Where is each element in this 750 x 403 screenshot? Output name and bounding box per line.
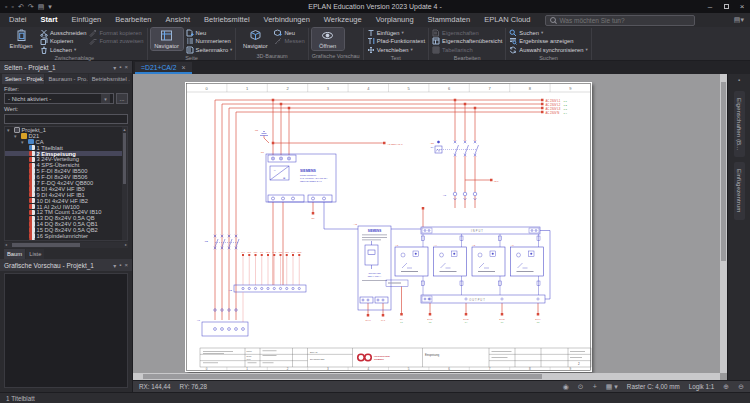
text-move-button[interactable]: Verschieben▾: [367, 46, 425, 54]
tab-close-icon[interactable]: ×: [182, 64, 186, 71]
page-new-button[interactable]: Neu: [186, 29, 233, 37]
tree-vertical-scrollbar[interactable]: ▲: [122, 127, 127, 240]
search-box[interactable]: [545, 15, 695, 26]
schematic-sheet[interactable]: 01 23 45 67 89: [185, 82, 592, 372]
ribbon-tab[interactable]: Vorplanung: [369, 13, 421, 27]
value-input[interactable]: [4, 114, 128, 124]
tree-horizontal-scrollbar[interactable]: ◂▸: [4, 242, 128, 248]
preview-panel-header[interactable]: Grafische Vorschau - Projekt_1 ▾ ▪ ×: [0, 259, 132, 271]
clipboard-icon: [15, 29, 28, 42]
ribbon-tab[interactable]: Betriebsmittel: [197, 13, 256, 27]
minimize-button[interactable]: –: [702, 0, 718, 13]
page-label: 17 Vorschubachsen V90-Umrichter: [37, 239, 127, 241]
find-button[interactable]: Suchen▾: [509, 29, 587, 37]
panel-close-icon[interactable]: ×: [124, 262, 128, 269]
canvas-horizontal-scrollbar[interactable]: [133, 373, 720, 380]
search-input[interactable]: [559, 17, 690, 24]
snap-icon[interactable]: ◉: [563, 383, 569, 391]
filter-more-button[interactable]: ...: [116, 93, 128, 104]
zoom-in-icon[interactable]: ⊕: [723, 383, 729, 391]
measure-button[interactable]: Messen: [274, 38, 304, 46]
panel-dropdown-icon[interactable]: ▾: [113, 262, 116, 269]
tab-eigenschaften[interactable]: Eigenschaften (B...: [734, 91, 745, 157]
tab-einfuegezentrum[interactable]: Einfügezentrum: [734, 162, 745, 219]
ribbon-display-options-icon[interactable]: ▤▾: [734, 16, 744, 24]
properties-overview-button[interactable]: Eigenschaftenübersicht: [432, 38, 502, 46]
page-number-button[interactable]: Nummerieren: [186, 38, 233, 46]
path-function-text-button[interactable]: Pfad-Funktionstext: [367, 38, 425, 46]
svg-text:L3.2: L3.2: [285, 251, 289, 253]
page-macro-label: Seitenmakro: [196, 47, 229, 53]
text-insert-button[interactable]: Einfügen▾: [367, 29, 425, 37]
tabular-button[interactable]: Tabellarisch: [432, 46, 502, 54]
svg-text:1.2: 1.2: [564, 104, 568, 107]
object-snap-icon[interactable]: ⊙: [578, 383, 584, 391]
properties-icon: [432, 29, 440, 37]
expand-icon[interactable]: ▾: [7, 127, 12, 133]
ribbon-tab[interactable]: Bearbeiten: [108, 13, 158, 27]
ribbon-tab[interactable]: Start: [34, 13, 65, 27]
scissors-icon: [40, 29, 48, 37]
status-rx: RX: 144,44: [139, 383, 171, 390]
pages-panel-header[interactable]: Seiten - Projekt_1 ▾ ▪ ×: [0, 61, 132, 73]
view-tab[interactable]: Liste: [26, 249, 44, 259]
layout-space-navigator-button[interactable]: Navigator: [239, 28, 271, 50]
editor-tab[interactable]: =D21+CA/2 ×: [135, 62, 192, 74]
ribbon-tab[interactable]: Ansicht: [159, 13, 198, 27]
expand-icon[interactable]: ▾: [21, 139, 26, 145]
format-assign-button[interactable]: Format zuweisen: [89, 38, 143, 46]
paste-button[interactable]: Einfügen: [5, 28, 37, 50]
close-button[interactable]: ×: [734, 0, 750, 13]
page-icon: [29, 157, 35, 163]
ribbon-group-3d-bauraum: Navigator Neu Messen 3D-Bauraum: [236, 28, 308, 60]
expand-icon[interactable]: ▾: [14, 133, 19, 139]
filter-select[interactable]: - Nicht aktiviert - ▾: [4, 93, 114, 104]
delete-button[interactable]: Löschen▾: [40, 46, 86, 54]
panel-tab[interactable]: Seiten - Projek...: [2, 74, 44, 84]
layout-space-new-button[interactable]: Neu: [274, 29, 304, 37]
page-navigator-button[interactable]: Navigator: [151, 28, 183, 50]
ribbon-tab[interactable]: Werkzeuge: [317, 13, 369, 27]
title-bar: ▫ ▫ ↶ ↷ ▤ ▾ EPLAN Education Version 2023…: [0, 0, 750, 13]
svg-text:3AC 400-500V / 24V DC 20A: 3AC 400-500V / 24V DC 20A: [300, 177, 328, 179]
properties-button[interactable]: Eigenschaften: [432, 29, 502, 37]
restore-button[interactable]: [718, 0, 734, 13]
cut-button[interactable]: Ausschneiden: [40, 29, 86, 37]
panel-pin-icon[interactable]: ▪: [119, 262, 121, 269]
svg-text:L1.1: L1.1: [241, 251, 245, 253]
page-number-label: Nummerieren: [196, 38, 231, 44]
page-navigator-label: Navigator: [154, 43, 179, 49]
copy-button[interactable]: Kopieren: [40, 38, 86, 46]
view-tab[interactable]: Baum: [4, 249, 25, 259]
format-copy-button[interactable]: Format kopieren: [89, 29, 143, 37]
page-icon: [29, 239, 35, 241]
drawing-canvas[interactable]: 01 23 45 67 89: [133, 74, 727, 380]
svg-text:PE: PE: [255, 129, 259, 131]
filter-caret-icon[interactable]: ▾: [101, 94, 110, 103]
ribbon-tab[interactable]: Einfügen: [65, 13, 109, 27]
panel-tab[interactable]: Betriebsmittel ...: [89, 74, 130, 84]
svg-text:INPUT: INPUT: [471, 229, 484, 233]
panel-tabs: Seiten - Projek...Bauraum - Pro...Betrie…: [0, 73, 132, 84]
ribbon-tab[interactable]: EPLAN Cloud: [477, 13, 537, 27]
dock-options-icon[interactable]: ▪: [738, 74, 740, 86]
panel-pin-icon[interactable]: ▪: [119, 64, 121, 71]
sync-selection-button[interactable]: Auswahl synchronisieren▾: [509, 46, 587, 54]
ribbon-tab[interactable]: Stammdaten: [421, 13, 478, 27]
preview-open-button[interactable]: Öffnen: [312, 28, 344, 50]
canvas-vertical-scrollbar[interactable]: [720, 74, 727, 373]
svg-text:3.4: 3.4: [465, 321, 468, 323]
show-results-button[interactable]: Ergebnisse anzeigen: [509, 38, 587, 46]
panel-dropdown-icon[interactable]: ▾: [113, 64, 116, 71]
crosshair-icon[interactable]: +: [593, 383, 597, 390]
window-title: EPLAN Education Version 2023 Update 4 -: [0, 3, 750, 10]
svg-text:Einspeisung: Einspeisung: [425, 353, 440, 357]
zoom-out-icon[interactable]: ⊖: [738, 383, 744, 391]
panel-close-icon[interactable]: ×: [124, 64, 128, 71]
ribbon-tab[interactable]: Datei: [2, 13, 34, 27]
page-tree-item[interactable]: 17 Vorschubachsen V90-Umrichter: [5, 239, 127, 241]
panel-tab[interactable]: Bauraum - Pro...: [45, 74, 87, 84]
grid-icon[interactable]: ▦ ▾: [606, 383, 618, 391]
page-macro-button[interactable]: Seitenmakro▾: [186, 46, 233, 54]
ribbon-tab[interactable]: Verbindungen: [257, 13, 317, 27]
